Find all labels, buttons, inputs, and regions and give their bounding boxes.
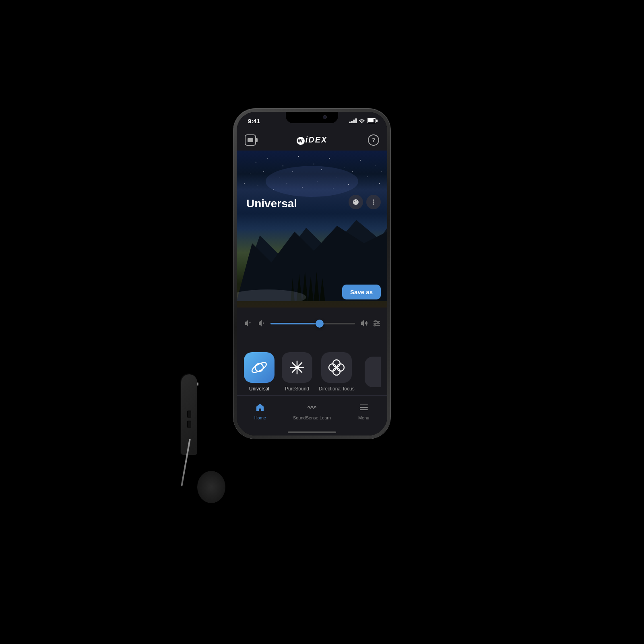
status-icons <box>349 118 376 124</box>
svg-point-49 <box>255 363 263 372</box>
program-item-universal[interactable]: Universal <box>243 352 275 392</box>
status-time: 9:41 <box>248 118 260 124</box>
help-icon-label: ? <box>372 137 376 143</box>
hero-actions <box>349 195 381 209</box>
volume-high-icon <box>359 319 369 328</box>
soundsense-icon <box>308 403 316 414</box>
volume-fill <box>270 323 320 324</box>
nav-item-soundsense[interactable]: SoundSense Learn <box>293 403 331 420</box>
svg-point-29 <box>379 183 380 184</box>
svg-point-40 <box>373 200 374 201</box>
svg-point-28 <box>364 189 364 189</box>
phone-device: 9:41 <box>233 109 390 439</box>
hero-area: Universal <box>237 151 387 308</box>
equalizer-icon[interactable] <box>373 319 381 328</box>
program-item-partial <box>365 357 381 387</box>
svg-point-6 <box>329 158 330 159</box>
battery-fill <box>368 119 374 122</box>
nav-item-home[interactable]: Home <box>246 403 274 420</box>
volume-slider[interactable] <box>270 323 355 324</box>
svg-point-30 <box>266 166 358 197</box>
status-battery-icon <box>367 118 376 123</box>
ha-wire <box>197 382 198 386</box>
svg-point-8 <box>360 160 361 161</box>
bottom-nav: Home SoundSense Learn <box>237 395 387 436</box>
volume-thumb[interactable] <box>316 320 324 328</box>
svg-point-9 <box>375 166 376 167</box>
svg-point-11 <box>263 171 264 172</box>
more-options-button[interactable] <box>366 195 381 209</box>
hearing-aid-device <box>173 374 221 503</box>
svg-point-7 <box>345 167 345 168</box>
directional-icon-wrap <box>321 352 352 383</box>
svg-point-1 <box>256 162 256 163</box>
program-title: Universal <box>246 197 297 210</box>
directional-label: Directional focus <box>319 386 355 392</box>
puresound-label: PureSound <box>285 386 309 392</box>
svg-point-50 <box>251 361 268 374</box>
home-label: Home <box>254 415 266 420</box>
front-camera <box>323 115 327 119</box>
mute-icon[interactable] <box>243 319 253 328</box>
svg-point-21 <box>258 185 258 186</box>
svg-point-17 <box>352 171 353 172</box>
phone-screen: 9:41 <box>237 112 387 436</box>
puresound-icon-wrap <box>282 352 312 383</box>
ha-button-2 <box>187 421 191 428</box>
save-as-button[interactable]: Save as <box>342 285 381 299</box>
ha-ear-dome <box>197 471 225 503</box>
svg-point-57 <box>329 364 336 371</box>
universal-icon-wrap <box>244 352 275 383</box>
device-battery-icon[interactable] <box>245 134 256 146</box>
svg-point-58 <box>337 364 344 371</box>
menu-label: Menu <box>358 415 369 420</box>
phone-screen-container: 9:41 <box>237 112 387 436</box>
universal-label: Universal <box>249 386 269 392</box>
svg-point-5 <box>314 164 314 165</box>
program-item-directional[interactable]: Directional focus <box>319 352 355 392</box>
svg-point-48 <box>374 324 376 326</box>
widex-logo: WiDEX <box>297 135 328 145</box>
signal-icon <box>349 118 357 123</box>
menu-icon <box>359 403 368 414</box>
volume-low-icon <box>257 319 266 328</box>
help-button[interactable]: ? <box>368 134 379 146</box>
device-battery-level <box>248 138 253 142</box>
phone-notch <box>286 112 338 123</box>
svg-point-2 <box>267 158 268 159</box>
wifi-icon <box>359 118 365 124</box>
svg-point-56 <box>333 368 340 375</box>
svg-point-47 <box>377 322 379 324</box>
ha-ear-piece <box>189 439 225 503</box>
home-icon <box>256 403 264 414</box>
stars-background <box>237 151 387 301</box>
scene: 9:41 <box>161 101 483 543</box>
widex-logo-w: W <box>297 137 305 145</box>
soundsense-label: SoundSense Learn <box>293 415 331 420</box>
app-header: WiDEX ? <box>237 130 387 151</box>
svg-point-18 <box>367 176 368 177</box>
svg-point-41 <box>373 202 374 203</box>
reset-button[interactable] <box>349 195 363 209</box>
svg-point-46 <box>375 320 377 322</box>
svg-point-10 <box>250 173 250 174</box>
home-indicator <box>288 431 336 433</box>
svg-point-42 <box>373 204 374 205</box>
svg-point-3 <box>283 165 283 166</box>
program-item-puresound[interactable]: PureSound <box>281 352 313 392</box>
volume-control <box>237 312 387 336</box>
nav-item-menu[interactable]: Menu <box>350 403 378 420</box>
puresound-icon <box>288 359 306 376</box>
universal-icon <box>250 359 268 376</box>
svg-point-55 <box>333 360 340 367</box>
directional-focus-icon <box>328 359 345 376</box>
ha-button-1 <box>187 411 191 418</box>
svg-point-4 <box>298 156 299 157</box>
svg-point-19 <box>381 171 382 172</box>
svg-point-20 <box>244 183 245 184</box>
